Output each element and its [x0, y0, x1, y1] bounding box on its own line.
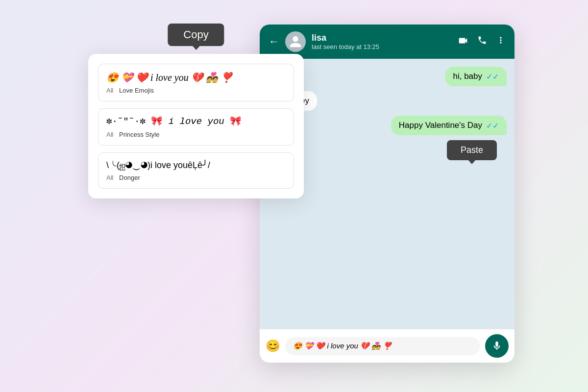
contact-status: last seen today at 13:25: [312, 43, 452, 50]
contact-avatar: [285, 31, 306, 52]
whatsapp-header: ← lisa last seen today at 13:25: [260, 24, 514, 59]
contact-name: lisa: [312, 33, 452, 43]
copy-panel: Copy 😍 💝 ❤️ i love you 💔 💑 ❣️ All Love E…: [88, 54, 304, 198]
input-bar: 😊: [260, 329, 514, 363]
header-icons: [458, 35, 506, 49]
copy-tag-name-3: Donger: [119, 174, 140, 181]
paste-tooltip-container: Paste: [447, 140, 497, 160]
copy-tag-name-1: Love Emojis: [119, 87, 154, 94]
message-hi-baby: hi, baby ✓✓: [445, 67, 507, 86]
copy-item-tags-2: All Princess Style: [106, 131, 286, 138]
voice-button[interactable]: [485, 334, 509, 358]
message-valentines: Happy Valentine's Day ✓✓: [391, 116, 507, 135]
message-text-1: hi, baby: [453, 72, 482, 81]
message-tick-1: ✓✓: [486, 72, 499, 81]
emoji-button[interactable]: 😊: [266, 339, 280, 353]
paste-tooltip-label: Paste: [461, 145, 483, 155]
copy-item-text-1: 😍 💝 ❤️ i love you 💔 💑 ❣️: [106, 71, 286, 84]
video-call-icon[interactable]: [458, 35, 468, 49]
copy-item-text-2: ✼·˜"˜·✼ 🎀 i love you 🎀: [106, 116, 286, 128]
paste-tooltip[interactable]: Paste: [447, 140, 497, 160]
copy-tooltip-label: Copy: [183, 28, 208, 41]
phone-icon[interactable]: [477, 35, 487, 49]
copy-tag-name-2: Princess Style: [119, 131, 159, 138]
copy-tag-all-3: All: [106, 174, 113, 181]
back-button[interactable]: ←: [269, 35, 279, 48]
copy-item-tags-3: All Donger: [106, 174, 286, 181]
contact-info: lisa last seen today at 13:25: [312, 33, 452, 50]
message-tick-3: ✓✓: [486, 121, 499, 130]
message-input[interactable]: [285, 337, 480, 355]
copy-tooltip[interactable]: Copy: [168, 24, 224, 46]
more-options-icon[interactable]: [496, 35, 506, 49]
copy-item-tags-1: All Love Emojis: [106, 87, 286, 94]
copy-tag-all-1: All: [106, 87, 113, 94]
message-text-3: Happy Valentine's Day: [399, 121, 482, 130]
copy-item-princess[interactable]: ✼·˜"˜·✼ 🎀 i love you 🎀 All Princess Styl…: [98, 108, 294, 146]
copy-item-love-emojis[interactable]: 😍 💝 ❤️ i love you 💔 💑 ❣️ All Love Emojis: [98, 64, 294, 101]
copy-item-donger[interactable]: \╰(ஐ◕‿◕)i love youēĻē╯/ All Donger: [98, 152, 294, 189]
copy-tag-all-2: All: [106, 131, 113, 138]
copy-item-text-3: \╰(ஐ◕‿◕)i love youēĻē╯/: [106, 160, 286, 171]
